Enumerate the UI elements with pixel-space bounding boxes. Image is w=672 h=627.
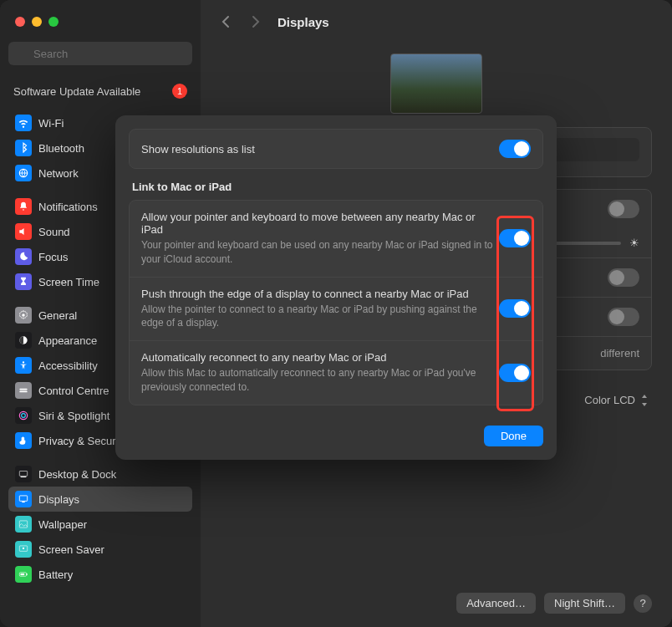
sidebar-item-label: Accessibility xyxy=(38,359,98,372)
sidebar-item-battery[interactable]: Battery xyxy=(8,562,192,587)
sidebar-item-label: General xyxy=(38,309,77,322)
auto-reconnect-title: Automatically reconnect to any nearby Ma… xyxy=(141,351,499,364)
software-update-badge: 1 xyxy=(172,84,187,99)
moon-icon xyxy=(15,248,32,265)
dock-icon xyxy=(15,466,32,482)
colour-profile-value[interactable]: Color LCD xyxy=(584,394,649,406)
sidebar-item-label: Siri & Spotlight xyxy=(38,410,109,422)
auto-reconnect-desc: Allow this Mac to automatically reconnec… xyxy=(141,366,499,395)
sidebar-item-label: Wallpaper xyxy=(38,518,87,531)
svg-point-3 xyxy=(23,361,24,363)
search-input[interactable] xyxy=(8,42,192,65)
svg-rect-8 xyxy=(19,472,27,477)
minimize-button[interactable] xyxy=(32,17,42,27)
push-edge-row: Push through the edge of a display to co… xyxy=(130,277,542,341)
svg-point-7 xyxy=(22,414,26,418)
search-field-wrap xyxy=(8,42,192,77)
show-resolutions-toggle[interactable] xyxy=(499,140,531,158)
zoom-button[interactable] xyxy=(48,17,59,27)
sidebar-item-wallpaper[interactable]: Wallpaper xyxy=(8,512,192,537)
toggle-bg-3[interactable] xyxy=(608,308,639,326)
sidebar-item-label: Displays xyxy=(38,493,79,506)
system-settings-window: Software Update Available 1 Wi-FiBluetoo… xyxy=(0,0,672,627)
back-button[interactable] xyxy=(217,13,234,30)
software-update-banner[interactable]: Software Update Available 1 xyxy=(8,79,192,109)
push-edge-desc: Allow the pointer to connect to a nearby… xyxy=(141,303,499,331)
net-icon xyxy=(15,165,32,181)
link-panel: Allow your pointer and keyboard to move … xyxy=(129,200,543,405)
footer-buttons: Advanced… Night Shift… ? xyxy=(456,593,652,614)
wall-icon xyxy=(15,516,32,533)
svg-rect-11 xyxy=(22,502,25,502)
sidebar-item-desktop-dock[interactable]: Desktop & Dock xyxy=(8,461,192,487)
svg-point-14 xyxy=(23,548,24,549)
close-button[interactable] xyxy=(15,17,25,27)
sidebar-item-label: Bluetooth xyxy=(38,142,84,155)
push-edge-title: Push through the edge of a display to co… xyxy=(141,288,499,300)
acc-icon xyxy=(15,357,32,374)
sidebar-item-label: Privacy & Security xyxy=(38,435,126,447)
universal-control-title: Allow your pointer and keyboard to move … xyxy=(141,211,499,236)
hg-icon xyxy=(15,273,32,290)
ss-icon xyxy=(15,541,32,558)
universal-control-toggle[interactable] xyxy=(499,229,531,247)
svg-rect-16 xyxy=(27,573,28,575)
disp-icon xyxy=(15,491,32,507)
sidebar-item-label: Notifications xyxy=(38,201,98,213)
help-button[interactable]: ? xyxy=(634,594,652,613)
sidebar-item-label: Sound xyxy=(38,226,70,238)
header: Displays xyxy=(201,0,672,43)
svg-point-1 xyxy=(22,314,25,317)
svg-rect-5 xyxy=(19,391,27,393)
cc-icon xyxy=(15,382,32,399)
bat-icon xyxy=(15,566,32,583)
sidebar-item-label: Control Centre xyxy=(38,385,109,397)
sidebar-item-displays[interactable]: Displays xyxy=(8,487,192,512)
bell-icon xyxy=(15,198,32,215)
sidebar-item-label: Appearance xyxy=(38,334,97,347)
advanced-displays-sheet: Show resolutions as list Link to Mac or … xyxy=(115,115,557,460)
brightness-high-icon: ☀ xyxy=(629,237,639,249)
link-section-title: Link to Mac or iPad xyxy=(132,181,540,193)
svg-rect-4 xyxy=(19,389,27,390)
updown-icon xyxy=(640,395,649,406)
sidebar-item-label: Screen Time xyxy=(38,276,99,288)
sidebar-item-label: Network xyxy=(38,167,79,180)
sidebar-item-label: Wi-Fi xyxy=(38,117,64,130)
push-edge-toggle[interactable] xyxy=(499,299,531,318)
wifi-icon xyxy=(15,115,32,131)
advanced-button[interactable]: Advanced… xyxy=(456,593,536,614)
display-preview[interactable] xyxy=(390,54,482,114)
sidebar-item-screen-saver[interactable]: Screen Saver xyxy=(8,537,192,562)
svg-rect-10 xyxy=(19,496,27,501)
window-controls xyxy=(15,17,59,27)
auto-reconnect-row: Automatically reconnect to any nearby Ma… xyxy=(130,340,542,405)
sidebar-item-label: Focus xyxy=(38,251,68,263)
bt-icon xyxy=(15,140,32,156)
bg-different-text: different xyxy=(600,347,639,359)
done-button[interactable]: Done xyxy=(484,426,543,446)
page-title: Displays xyxy=(277,15,329,29)
svg-point-6 xyxy=(19,411,27,419)
siri-icon xyxy=(15,407,32,424)
toggle-bg-2[interactable] xyxy=(608,268,639,287)
show-resolutions-row: Show resolutions as list xyxy=(130,130,542,168)
universal-control-row: Allow your pointer and keyboard to move … xyxy=(130,201,542,277)
svg-rect-9 xyxy=(21,477,27,477)
night-shift-button[interactable]: Night Shift… xyxy=(544,593,625,614)
toggle-bg-1[interactable] xyxy=(608,200,639,218)
forward-button[interactable] xyxy=(247,13,264,30)
show-resolutions-label: Show resolutions as list xyxy=(141,143,499,155)
sidebar-item-label: Battery xyxy=(38,568,73,581)
universal-control-desc: Your pointer and keyboard can be used on… xyxy=(141,238,499,267)
gear-icon xyxy=(15,307,32,324)
snd-icon xyxy=(15,223,32,240)
sidebar-item-label: Screen Saver xyxy=(38,543,104,556)
hand-icon xyxy=(15,432,32,449)
software-update-label: Software Update Available xyxy=(13,85,140,98)
sidebar-item-label: Desktop & Dock xyxy=(38,468,116,481)
svg-rect-17 xyxy=(21,573,25,575)
auto-reconnect-toggle[interactable] xyxy=(499,364,531,382)
app-icon xyxy=(15,332,32,349)
